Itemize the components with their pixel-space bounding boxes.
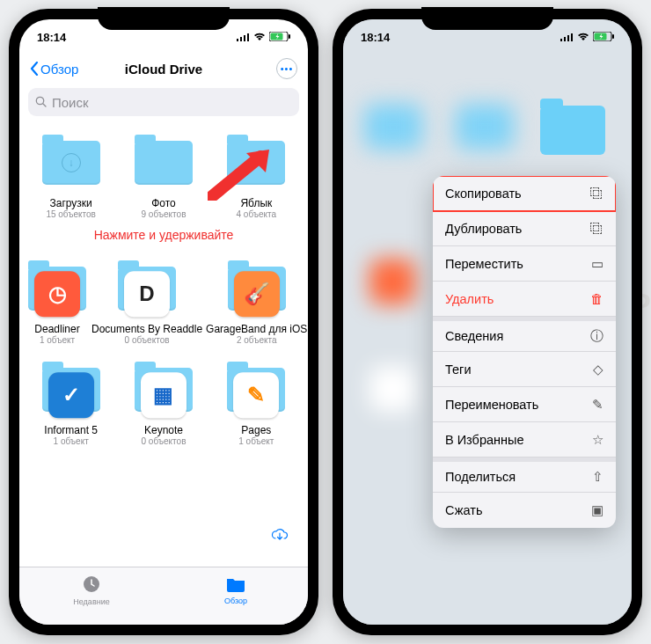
battery-icon [269,31,290,44]
menu-share[interactable]: Поделиться ⇧ [433,457,616,493]
instruction-text: Нажмите и удерживайте [19,226,308,251]
menu-label: Удалить [445,292,494,306]
svg-rect-6 [289,34,290,39]
tag-icon: ◇ [593,362,603,377]
folder-icon [133,132,194,194]
svg-rect-0 [237,39,238,41]
app-documents[interactable]: D Documents By Readdle 0 объектов [90,252,204,350]
folder-icon [40,132,102,194]
tab-recent[interactable]: Недавние [19,567,164,612]
context-menu: Скопировать ⿻ Дублировать ⿻ Переместить … [433,176,616,528]
folder-downloads[interactable]: Загрузки 15 объектов [25,127,117,224]
app-sub: 1 объект [212,436,301,446]
search-input[interactable]: Поиск [28,88,299,116]
info-icon: ⓘ [590,328,603,345]
app-keynote[interactable]: ▦ Keynote 0 объектов [117,354,209,451]
app-sub: 0 объектов [119,436,208,446]
app-sub: 1 объект [26,335,88,345]
menu-move[interactable]: Переместить ▭ [433,246,616,282]
copy-icon: ⿻ [590,186,603,201]
app-sub: 2 объекта [206,335,307,345]
clock-icon [82,574,101,596]
arrow-annotation [208,148,273,201]
screen-left: 18:14 Обзор iCloud Drive ••• [19,19,308,625]
app-label: GarageBand для iOS [206,323,307,335]
app-label: Keynote [119,424,208,436]
svg-line-8 [43,104,46,106]
svg-point-7 [36,97,43,104]
signal-icon [237,31,250,44]
folder-label: Фото [119,197,208,209]
app-sub: 1 объект [26,436,115,446]
svg-rect-2 [244,35,245,41]
wifi-icon [577,31,589,44]
app-deadliner[interactable]: ◷ Deadliner 1 объект [25,252,90,350]
app-grid-2: ✓ Informant 5 1 объект ▦ Keynote 0 объек… [19,352,308,453]
tab-label: Недавние [73,597,109,606]
more-button[interactable]: ••• [276,58,297,79]
folder-photo[interactable]: Фото 9 объектов [117,127,209,224]
menu-tags[interactable]: Теги ◇ [433,352,616,387]
menu-delete[interactable]: Удалить 🗑 [433,282,616,317]
app-icon: ◷ [34,271,80,317]
pencil-icon: ✎ [592,397,603,413]
status-time: 18:14 [361,31,390,44]
back-button[interactable]: Обзор [30,62,78,77]
folder-sub: 4 объекта [212,209,301,219]
menu-info[interactable]: Сведения ⓘ [433,317,616,352]
nav-bar: Обзор iCloud Drive ••• [19,55,308,84]
notch [421,7,553,30]
battery-icon [593,31,614,44]
app-informant[interactable]: ✓ Informant 5 1 объект [25,354,117,451]
status-indicators [237,31,290,44]
folder-icon [225,575,246,595]
app-label: Documents By Readdle [91,323,202,335]
folder-icon: ▦ [133,359,194,421]
cloud-download-icon[interactable] [271,528,289,545]
folder-sub: 9 объектов [119,209,208,219]
context-preview-folder[interactable] [540,106,605,155]
menu-favorite[interactable]: В Избранные ☆ [433,422,616,457]
tab-bar: Недавние Обзор [19,567,308,625]
phone-left: 18:14 Обзор iCloud Drive ••• [9,9,318,635]
app-pages[interactable]: ✎ Pages 1 объект [210,354,303,451]
search-icon [35,95,47,110]
search-placeholder: Поиск [52,95,89,110]
wifi-icon [253,31,266,44]
menu-rename[interactable]: Переименовать ✎ [433,387,616,422]
notch [98,7,230,30]
svg-rect-1 [240,37,242,41]
svg-rect-12 [567,35,569,41]
folder-icon: D [116,258,178,319]
menu-label: В Избранные [445,433,524,447]
folder-icon: ✓ [40,359,102,421]
app-icon: ✓ [48,372,94,418]
menu-compress[interactable]: Сжать ▣ [433,493,616,528]
menu-duplicate[interactable]: Дублировать ⿻ [433,211,616,246]
svg-rect-16 [612,34,614,39]
menu-label: Переместить [445,257,523,271]
signal-icon [560,31,574,44]
phone-right: 18:14 Скопировать ⿻ Дублировать ⿻ Переме… [333,9,642,635]
tab-browse[interactable]: Обзор [164,567,308,612]
folder-sub: 15 объектов [26,209,115,219]
menu-copy[interactable]: Скопировать ⿻ [433,176,616,211]
menu-label: Теги [445,362,472,377]
app-sub: 0 объектов [91,335,202,345]
star-icon: ☆ [592,432,603,448]
menu-label: Скопировать [445,187,522,201]
app-garageband[interactable]: 🎸 GarageBand для iOS 2 объекта [204,252,308,350]
app-label: Pages [212,424,301,436]
folder-icon: 🎸 [226,258,288,319]
app-icon: ▦ [141,372,187,418]
screen-right: 18:14 Скопировать ⿻ Дублировать ⿻ Переме… [343,19,632,625]
svg-rect-10 [560,39,562,41]
trash-icon: 🗑 [590,291,603,306]
folder-icon: ✎ [225,359,287,421]
menu-label: Сжать [445,503,482,517]
menu-label: Сведения [445,329,503,343]
move-icon: ▭ [591,256,603,272]
menu-label: Дублировать [445,222,522,236]
menu-label: Переименовать [445,398,538,412]
ellipsis-icon: ••• [281,63,294,74]
